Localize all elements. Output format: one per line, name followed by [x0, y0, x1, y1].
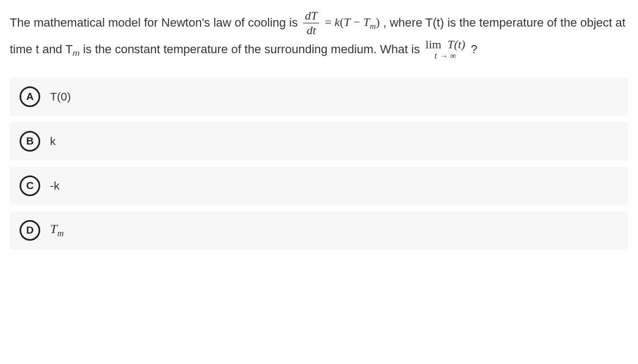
answer-text: -k: [50, 179, 60, 192]
answer-text: k: [50, 135, 56, 148]
answer-text: T(0): [50, 90, 71, 103]
question-text: The mathematical model for Newton's law …: [10, 10, 628, 62]
answer-list: A T(0) B k C -k D Tm: [10, 78, 628, 249]
answer-option-c[interactable]: C -k: [10, 167, 628, 205]
answer-option-a[interactable]: A T(0): [10, 78, 628, 116]
answer-letter: A: [20, 86, 40, 107]
question-part1: The mathematical model for Newton's law …: [10, 16, 301, 29]
answer-letter: C: [20, 175, 40, 196]
answer-option-d[interactable]: D Tm: [10, 211, 628, 249]
answer-text: Tm: [50, 222, 64, 239]
answer-option-b[interactable]: B k: [10, 122, 628, 160]
limit-expression: lim T(t) t → ∞: [426, 39, 465, 60]
question-mark: ?: [471, 42, 477, 56]
equals-sign: = k(T − Tm): [324, 15, 379, 29]
fraction-denominator: dt: [303, 23, 319, 36]
fraction-dT-dt: dT dt: [303, 10, 319, 36]
answer-letter: B: [20, 131, 40, 152]
answer-letter: D: [20, 220, 40, 241]
fraction-numerator: dT: [303, 10, 319, 23]
